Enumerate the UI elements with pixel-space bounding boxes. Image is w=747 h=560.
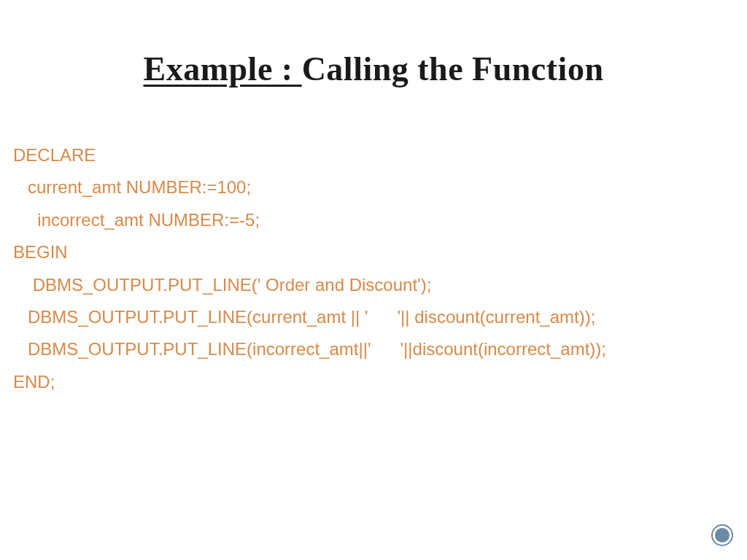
code-line-5: DBMS_OUTPUT.PUT_LINE(' Order and Discoun… xyxy=(13,269,747,301)
code-line-6: DBMS_OUTPUT.PUT_LINE(current_amt || ' '|… xyxy=(13,301,747,333)
title-underlined: Example : xyxy=(144,50,302,88)
code-line-2: current_amt NUMBER:=100; xyxy=(13,171,747,203)
code-line-3: incorrect_amt NUMBER:=-5; xyxy=(13,204,747,236)
corner-circle-icon xyxy=(711,524,734,547)
title-rest: Calling the Function xyxy=(302,50,604,88)
svg-point-1 xyxy=(715,528,729,542)
code-line-1: DECLARE xyxy=(13,139,747,171)
code-line-7: DBMS_OUTPUT.PUT_LINE(incorrect_amt||' '|… xyxy=(13,333,747,365)
code-block: DECLARE current_amt NUMBER:=100; incorre… xyxy=(13,139,747,398)
code-line-4: BEGIN xyxy=(13,236,747,268)
slide-title: Example : Calling the Function xyxy=(0,50,747,88)
code-line-8: END; xyxy=(13,366,747,398)
